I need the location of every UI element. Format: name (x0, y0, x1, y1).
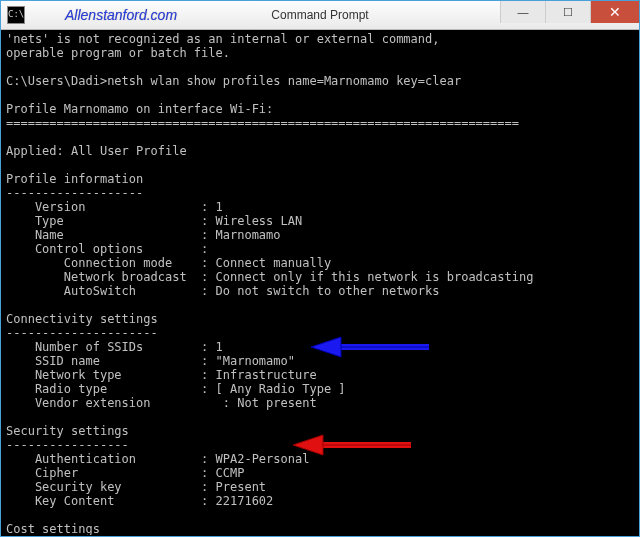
window-controls: — ☐ ✕ (500, 1, 639, 29)
maximize-button[interactable]: ☐ (545, 1, 590, 23)
minimize-button[interactable]: — (500, 1, 545, 23)
command-prompt-window: C:\ Command Prompt — ☐ ✕ 'nets' is not r… (0, 0, 640, 537)
terminal-output[interactable]: 'nets' is not recognized as an internal … (2, 30, 638, 535)
close-button[interactable]: ✕ (590, 1, 639, 23)
maximize-icon: ☐ (563, 6, 573, 19)
close-icon: ✕ (609, 5, 621, 19)
minimize-icon: — (518, 6, 529, 18)
app-icon: C:\ (7, 6, 25, 24)
titlebar[interactable]: C:\ Command Prompt — ☐ ✕ (1, 1, 639, 30)
